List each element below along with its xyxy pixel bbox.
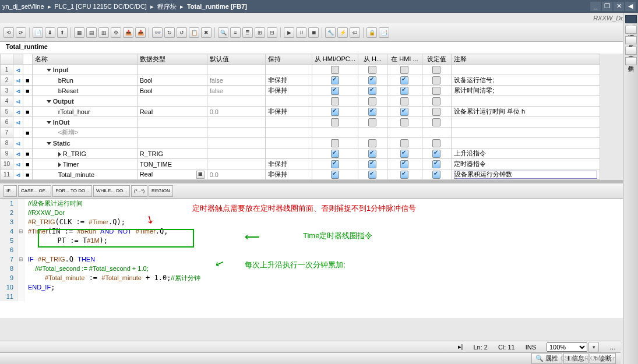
- title-bar: yn_dj_setVline▸ PLC_1 [CPU 1215C DC/DC/D…: [0, 0, 638, 13]
- tab-properties[interactable]: 🔍 属性: [531, 353, 562, 364]
- tool-icon[interactable]: ≣: [242, 27, 253, 38]
- bottom-tabs: 🔍 属性 ℹ 信息 ⚕ 诊断: [0, 352, 621, 364]
- tool-icon[interactable]: ⏸: [296, 27, 306, 38]
- tool-icon[interactable]: ⟲: [3, 27, 14, 38]
- tool-icon[interactable]: ↻: [164, 27, 175, 38]
- table-row[interactable]: 3⊲■ bReset Boolfalse非保持 累计时间清零;: [1, 86, 600, 96]
- annotation-red: 定时器触点需要放在定时器线圈前面、否则捕捉不到1分钟脉冲信号: [192, 203, 416, 214]
- tool-icon[interactable]: 📤: [135, 27, 146, 38]
- tool-icon[interactable]: 🏷: [350, 27, 360, 38]
- annotation-green2: 每次上升沿执行一次分钟累加;: [245, 260, 346, 270]
- breadcrumb[interactable]: yn_dj_setVline▸ PLC_1 [CPU 1215C DC/DC/D…: [2, 2, 247, 11]
- table-row[interactable]: 11⊲■ Total_minute Real▦0.0非保持: [1, 169, 600, 180]
- tool-icon[interactable]: 👓: [152, 27, 163, 38]
- collapse-right-icon[interactable]: ◀: [625, 2, 636, 11]
- table-row[interactable]: 1⊲ Input: [1, 65, 600, 75]
- snippet-if[interactable]: IF...: [3, 185, 17, 197]
- col-comment: 注释: [451, 54, 600, 65]
- table-row[interactable]: 2⊲■ bRun Boolfalse非保持 设备运行信号;: [1, 75, 600, 86]
- tool-icon[interactable]: ▶: [284, 27, 294, 38]
- snippet-comment[interactable]: (*...*): [131, 185, 147, 197]
- tool-icon[interactable]: 🔍: [218, 27, 228, 38]
- col-hmi2: 从 H...: [358, 54, 387, 65]
- block-name: Total_runtime: [0, 42, 638, 54]
- snippet-toolbar: IF... CASE... OF... FOR... TO DO... WHIL…: [0, 183, 638, 199]
- tool-icon[interactable]: ✖: [201, 27, 212, 38]
- tool-icon[interactable]: ⟳: [16, 27, 26, 38]
- table-row[interactable]: 5⊲■ rTotal_hour Real0.0非保持 设备累计运行时间 单位 h: [1, 107, 600, 117]
- tab-info[interactable]: ℹ 信息: [563, 353, 588, 364]
- status-ins: INS: [526, 344, 536, 351]
- col-type: 数据类型: [137, 54, 207, 65]
- tool-icon[interactable]: ≡: [230, 27, 241, 38]
- table-row[interactable]: 10⊲■ Timer TON_TIME非保持 定时器指令: [1, 159, 600, 169]
- col-name: 名称: [32, 54, 137, 65]
- status-line: Ln: 2: [473, 344, 487, 351]
- zoom-overflow-icon[interactable]: …: [609, 344, 616, 351]
- status-overflow-icon[interactable]: ▸|: [458, 343, 463, 351]
- sidetab-library[interactable]: 库: [625, 47, 637, 55]
- tool-icon[interactable]: ▦: [74, 27, 84, 38]
- sidetab-tasks[interactable]: 任务: [625, 36, 637, 44]
- zoom-select[interactable]: 100%: [547, 342, 587, 352]
- tool-icon[interactable]: 📋: [189, 27, 199, 38]
- snippet-case[interactable]: CASE... OF...: [18, 185, 52, 197]
- tool-icon[interactable]: 📥: [123, 27, 133, 38]
- status-bar: ▸| Ln: 2 Cl: 11 INS 100% ▾ …: [0, 341, 621, 352]
- code-editor[interactable]: 1//设备累计运行时间2//RXXW_Dor3#R_TRIG(CLK := #T…: [0, 199, 638, 318]
- tool-icon[interactable]: ⊞: [255, 27, 265, 38]
- snippet-while[interactable]: WHILE... DO...: [93, 185, 130, 197]
- tool-icon[interactable]: ⚙: [111, 27, 121, 38]
- table-row[interactable]: 4⊲ Output: [1, 96, 600, 107]
- tool-icon[interactable]: ⬆: [57, 27, 68, 38]
- table-row[interactable]: 8⊲ Static: [1, 138, 600, 149]
- col-retain: 保持: [265, 54, 312, 65]
- tool-icon[interactable]: ▥: [98, 27, 109, 38]
- restore-button[interactable]: ❐: [602, 2, 612, 11]
- tab-diagnostics[interactable]: ⚕ 诊断: [590, 353, 616, 364]
- tool-icon[interactable]: 📄: [33, 27, 43, 38]
- annotation-green1: Time定时器线圈指令: [303, 231, 372, 241]
- zoom-dropdown-icon[interactable]: ▾: [588, 342, 599, 352]
- tool-icon[interactable]: ↺: [177, 27, 187, 38]
- minimize-button[interactable]: _: [590, 2, 601, 11]
- right-sidebar: 指令 测试 任务 库 插件: [623, 13, 638, 364]
- declaration-table[interactable]: 名称 数据类型 默认值 保持 从 HMI/OPC... 从 H... 在 HMI…: [0, 54, 600, 180]
- col-hmi3: 在 HMI ...: [387, 54, 422, 65]
- arrow-icon: ⟵: [245, 231, 260, 243]
- tool-icon[interactable]: ⏹: [308, 27, 319, 38]
- sidetab-plugins[interactable]: 插件: [625, 57, 637, 65]
- snippet-region[interactable]: REGION: [149, 185, 173, 197]
- table-row[interactable]: 6⊲ InOut: [1, 117, 600, 128]
- col-default: 默认值: [207, 54, 265, 65]
- tool-icon[interactable]: ⚡: [337, 27, 348, 38]
- col-setval: 设定值: [422, 54, 451, 65]
- tool-icon[interactable]: ▤: [86, 27, 97, 38]
- table-row[interactable]: 7■ <新增>: [1, 128, 600, 138]
- zoom-control[interactable]: 100% ▾: [547, 342, 599, 352]
- col-hmi1: 从 HMI/OPC...: [312, 54, 358, 65]
- author-signature: RXXW_Dor: [0, 13, 638, 23]
- table-row[interactable]: 9⊲■ R_TRIG R_TRIG 上升沿指令: [1, 149, 600, 159]
- status-col: Cl: 11: [498, 344, 515, 351]
- sidetab-instructions[interactable]: 指令: [625, 15, 637, 23]
- sidetab-test[interactable]: 测试: [625, 26, 637, 34]
- close-button[interactable]: ✕: [614, 2, 624, 11]
- main-toolbar: ⟲ ⟳ 📄 ⬇ ⬆ ▦ ▤ ▥ ⚙ 📥 📤 👓 ↻ ↺ 📋 ✖ 🔍 ≡ ≣ ⊞ …: [0, 23, 638, 42]
- tool-icon[interactable]: 🔒: [366, 27, 377, 38]
- snippet-for[interactable]: FOR... TO DO...: [52, 185, 92, 197]
- tool-icon[interactable]: 🔧: [325, 27, 336, 38]
- tool-icon[interactable]: ⬇: [45, 27, 55, 38]
- tool-icon[interactable]: ⊟: [267, 27, 277, 38]
- tool-icon[interactable]: 📑: [379, 27, 389, 38]
